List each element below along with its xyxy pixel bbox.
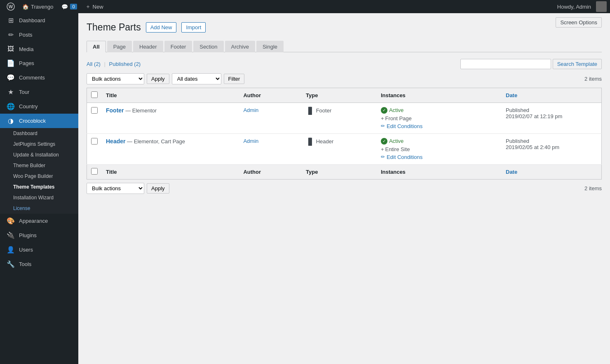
col-header-date: Date	[502, 88, 602, 103]
submenu-item-woo-builder[interactable]: Woo Page Builder	[0, 171, 78, 182]
bulk-actions-select-top[interactable]: Bulk actions	[87, 73, 144, 84]
sidebar-item-plugins[interactable]: 🔌 Plugins	[0, 228, 78, 243]
submenu-item-dashboard[interactable]: Dashboard	[0, 128, 78, 139]
submenu-item-license[interactable]: License	[0, 203, 78, 214]
filter-button[interactable]: Filter	[224, 74, 245, 84]
screen-options-button[interactable]: Screen Options	[556, 17, 602, 28]
col-footer-title: Title	[102, 164, 239, 179]
submenu-item-install-wizard[interactable]: Installation Wizard	[0, 192, 78, 203]
sidebar-item-comments[interactable]: 💬 Comments	[0, 70, 78, 85]
submenu-item-jetplugins[interactable]: JetPlugins Settings	[0, 139, 78, 149]
sidebar-item-tour[interactable]: ★ Tour	[0, 85, 78, 99]
bulk-actions-select-bottom[interactable]: Bulk actions	[87, 183, 144, 194]
adminbar-howdy: Howdy, Admin	[554, 4, 594, 10]
sidebar-item-label: Media	[19, 46, 73, 52]
import-button[interactable]: Import	[181, 22, 206, 33]
adminbar-new[interactable]: ＋ New	[81, 0, 108, 13]
filter-all-link[interactable]: All (2)	[87, 61, 101, 67]
tab-all[interactable]: All	[87, 41, 106, 52]
tab-navigation: All Page Header Footer Section Archive S…	[87, 40, 602, 52]
col-header-title: Title	[102, 88, 239, 103]
date-status: Published	[506, 107, 597, 113]
col-header-checkbox	[87, 88, 102, 103]
row-title-cell: Header — Elementor, Cart Page	[102, 133, 239, 164]
items-count-bottom: 2 items	[584, 185, 602, 191]
sidebar-item-dashboard[interactable]: ⊞ Dashboard	[0, 13, 78, 28]
date-sort-link[interactable]: Date	[506, 92, 517, 98]
plugins-icon: 🔌	[7, 231, 15, 239]
row-title-link[interactable]: Footer	[106, 107, 124, 114]
sidebar-item-country[interactable]: 🌐 Country	[0, 99, 78, 114]
theme-parts-table: Title Author Type Instances Date	[87, 88, 602, 180]
sidebar-item-tools[interactable]: 🔧 Tools	[0, 257, 78, 271]
col-footer-author: Author	[239, 164, 302, 179]
filter-published-link[interactable]: Published (2)	[109, 61, 141, 67]
sidebar-item-appearance[interactable]: 🎨 Appearance	[0, 214, 78, 228]
edit-conditions-link[interactable]: ✏ Edit Conditions	[381, 123, 497, 129]
row-checkbox[interactable]	[91, 107, 98, 114]
select-all-checkbox-bottom[interactable]	[91, 168, 98, 175]
row-author-cell: Admin	[239, 103, 302, 133]
search-input[interactable]	[460, 59, 551, 69]
row-checkbox-cell	[87, 133, 102, 164]
plus-icon: ＋	[85, 3, 91, 10]
submenu-item-theme-templates[interactable]: Theme Templates	[0, 182, 78, 192]
pencil-icon: ✏	[381, 123, 385, 129]
apply-button-top[interactable]: Apply	[147, 74, 169, 84]
bulk-actions-row-top: Bulk actions Apply All dates Filter 2 it…	[87, 73, 602, 84]
page-title: Theme Parts	[87, 21, 141, 34]
select-all-checkbox[interactable]	[91, 91, 98, 98]
tab-footer[interactable]: Footer	[164, 41, 192, 52]
row-checkbox[interactable]	[91, 138, 98, 145]
sidebar-item-posts[interactable]: ✏ Posts	[0, 28, 78, 42]
author-link[interactable]: Admin	[243, 138, 258, 144]
submenu-item-theme-builder[interactable]: Theme Builder	[0, 160, 78, 171]
col-header-author: Author	[239, 88, 302, 103]
sidebar-item-label: Appearance	[19, 218, 73, 224]
submenu-item-update[interactable]: Update & Installation	[0, 149, 78, 160]
type-label: Header	[316, 138, 334, 145]
search-wrap: Search Template	[460, 59, 602, 69]
tab-single[interactable]: Single	[256, 41, 284, 52]
date-value: 2019/02/07 at 12:19 pm	[506, 113, 597, 119]
row-type-cell: ▐▌ Header	[302, 133, 377, 164]
sidebar-item-pages[interactable]: 📄 Pages	[0, 56, 78, 70]
tab-page[interactable]: Page	[107, 41, 132, 52]
sidebar-item-label: Dashboard	[19, 17, 73, 23]
tab-archive[interactable]: Archive	[225, 41, 255, 52]
appearance-icon: 🎨	[7, 217, 15, 225]
elementor-icon: ▐▌	[306, 138, 314, 145]
sidebar-item-label: Plugins	[19, 232, 73, 238]
date-status: Published	[506, 138, 597, 144]
admin-bar: W 🏠 Travengo 💬 0 ＋ New Howdy, Admin	[0, 0, 610, 13]
sidebar-item-media[interactable]: 🖼 Media	[0, 42, 78, 56]
row-title-link[interactable]: Header	[106, 138, 125, 145]
row-instances-cell: ✓ Active +Entire Site ✏ Edit Conditions	[377, 133, 502, 164]
search-template-button[interactable]: Search Template	[553, 59, 602, 69]
date-filter-select[interactable]: All dates	[172, 73, 221, 84]
elementor-icon: ▐▌	[306, 107, 314, 114]
active-arrow	[76, 114, 78, 128]
col-footer-instances: Instances	[377, 164, 502, 179]
active-label: Active	[389, 138, 404, 144]
screen-options-wrap: Screen Options	[556, 17, 602, 28]
avatar[interactable]	[596, 1, 607, 12]
sidebar-item-users[interactable]: 👤 Users	[0, 243, 78, 257]
add-new-button[interactable]: Add New	[146, 22, 177, 33]
active-status: ✓ Active	[381, 107, 497, 114]
wp-logo[interactable]: W	[3, 2, 18, 11]
adminbar-site-name[interactable]: 🏠 Travengo	[18, 0, 57, 13]
author-link[interactable]: Admin	[243, 107, 258, 113]
tools-icon: 🔧	[7, 260, 15, 268]
edit-conditions-link[interactable]: ✏ Edit Conditions	[381, 154, 497, 160]
sidebar-item-crocoblock[interactable]: ◑ Crocoblock	[0, 114, 78, 128]
sidebar-item-label: Posts	[19, 32, 73, 38]
adminbar-comments[interactable]: 💬 0	[57, 0, 81, 13]
apply-button-bottom[interactable]: Apply	[147, 183, 169, 194]
date-value: 2019/02/05 at 2:40 pm	[506, 144, 597, 150]
items-count-top: 2 items	[584, 76, 602, 82]
tab-header[interactable]: Header	[133, 41, 163, 52]
tab-section[interactable]: Section	[193, 41, 223, 52]
sidebar-item-label: Crocoblock	[19, 118, 73, 124]
all-count: (2)	[94, 61, 101, 67]
